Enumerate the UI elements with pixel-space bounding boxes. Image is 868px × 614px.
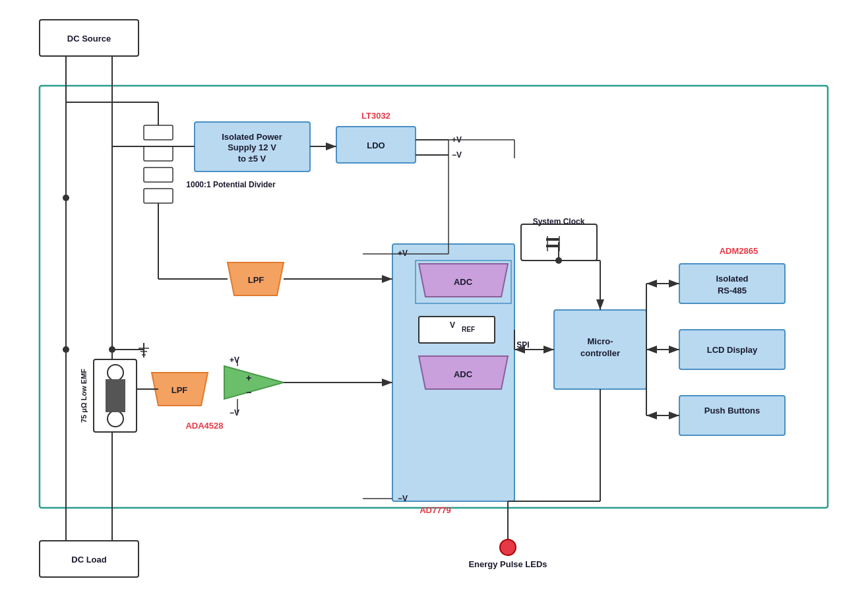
vref-box xyxy=(419,317,495,343)
ad7779-label: AD7779 xyxy=(419,505,451,515)
plus-v2: +V xyxy=(398,249,408,258)
vref-sub-label: REF xyxy=(462,326,475,333)
dc-load-label: DC Load xyxy=(71,555,107,565)
minus-v3: −V xyxy=(230,408,239,417)
shunt-bar xyxy=(106,379,125,412)
vref-label: V xyxy=(450,321,455,330)
rs485-label1: Isolated xyxy=(716,274,748,284)
lt3032-label: LT3032 xyxy=(361,111,390,121)
isolated-power-label3: to ±5 V xyxy=(238,154,266,164)
svg-rect-26 xyxy=(546,238,559,241)
minus-v-label: −V xyxy=(452,150,462,160)
svg-rect-27 xyxy=(546,245,559,247)
adm2865-label: ADM2865 xyxy=(720,246,759,256)
isolated-power-label2: Supply 12 V xyxy=(228,142,276,152)
diagram-container: DC Source DC Load 1000:1 Potential Divid… xyxy=(0,0,868,614)
shunt-label: 75 μΩ Low EMF xyxy=(80,369,88,423)
push-buttons-label1: Push Buttons xyxy=(704,406,760,415)
svg-rect-11 xyxy=(144,146,173,161)
energy-pulse-led xyxy=(500,539,516,555)
microcontroller-label1: Micro- xyxy=(588,336,613,346)
amp-minus: − xyxy=(246,387,251,398)
potential-divider-label: 1000:1 Potential Divider xyxy=(186,180,276,189)
isolated-power-label1: Isolated Power xyxy=(222,132,282,142)
lpf-bottom-label: LPF xyxy=(171,385,188,395)
energy-pulse-label: Energy Pulse LEDs xyxy=(468,559,547,569)
microcontroller-label2: controller xyxy=(580,348,620,358)
spi-label: SPI xyxy=(516,340,529,350)
minus-v2: −V xyxy=(398,494,408,503)
lpf-top-label: LPF xyxy=(248,275,264,285)
system-clock-label: System Clock xyxy=(533,217,585,226)
junction-clock xyxy=(555,257,562,264)
adc-bottom-label: ADC xyxy=(454,369,473,379)
junction-dot-1 xyxy=(63,195,69,201)
plus-v3: +V xyxy=(230,355,239,365)
push-buttons-box xyxy=(679,396,785,435)
dc-source-label: DC Source xyxy=(67,34,111,44)
amp-plus: + xyxy=(246,373,251,383)
ldo-label: LDO xyxy=(367,140,385,150)
svg-rect-10 xyxy=(144,125,173,140)
amp-shape xyxy=(224,366,284,399)
svg-rect-12 xyxy=(144,168,173,182)
rs485-label2: RS-485 xyxy=(718,286,747,295)
rs485-box xyxy=(679,264,785,303)
ada4528-label: ADA4528 xyxy=(185,421,223,431)
lcd-label: LCD Display xyxy=(707,345,758,355)
adc-top-label: ADC xyxy=(454,277,473,287)
svg-rect-13 xyxy=(144,189,173,203)
